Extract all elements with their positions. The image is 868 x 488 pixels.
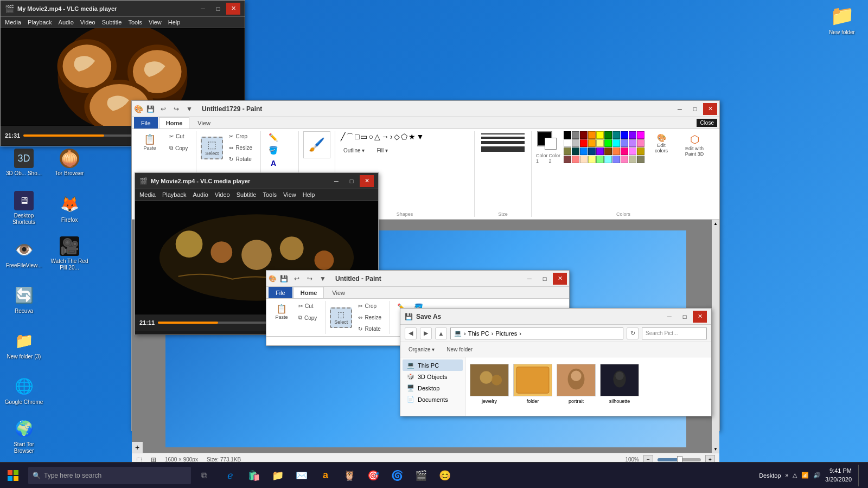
task-view-btn[interactable]: ⧉: [193, 463, 215, 489]
desktop-icon-chrome[interactable]: 🌐 Google Chrome: [2, 369, 46, 412]
nav-back[interactable]: ◀: [405, 328, 417, 339]
tab-file[interactable]: File: [134, 117, 158, 129]
save-dialog-minimize[interactable]: ─: [662, 311, 676, 323]
vlc-bg-close[interactable]: ✕: [226, 3, 240, 15]
outline-btn[interactable]: Outline ▾: [340, 145, 368, 156]
qa-dropdown[interactable]: ▼: [183, 103, 195, 115]
taskbar-explorer[interactable]: 📁: [267, 463, 289, 489]
tray-notifications[interactable]: △: [793, 472, 797, 479]
desktop-icon-newfolder3[interactable]: 📁 New folder (3): [2, 323, 46, 367]
shape-star[interactable]: ★: [409, 132, 416, 142]
desktop-icon-freefileview[interactable]: 👁️ FreeFileView...: [2, 232, 46, 275]
breadcrumb[interactable]: 💻 › This PC › Pictures ›: [450, 328, 623, 339]
shape-roundrect[interactable]: ▭: [360, 132, 367, 142]
vlc-menu-video[interactable]: Video: [80, 19, 95, 25]
tab-home[interactable]: Home: [159, 117, 190, 129]
swatch-blue[interactable]: [621, 131, 628, 139]
swatch-peach[interactable]: [580, 156, 588, 163]
swatch-olive[interactable]: [564, 147, 571, 155]
paint2-select-btn[interactable]: ⬚ Select: [330, 307, 352, 328]
taskbar-amazon[interactable]: a: [315, 463, 336, 489]
swatch-brown[interactable]: [604, 147, 612, 155]
start-button[interactable]: [0, 463, 26, 489]
paint2-tab-view[interactable]: View: [325, 287, 352, 298]
save-dialog-maximize[interactable]: □: [678, 311, 692, 323]
paint-minimize[interactable]: ─: [673, 103, 687, 115]
paint2-qa-dropdown[interactable]: ▼: [317, 273, 329, 285]
sidebar-documents[interactable]: 📄Documents: [403, 394, 463, 405]
vlc2-menu-audio[interactable]: Audio: [193, 191, 208, 198]
desktop-icon-recuva[interactable]: 🔄 Recuva: [2, 278, 46, 321]
desktop-icon-torbrowser[interactable]: 🧅 Tor Browser: [48, 141, 91, 184]
paint2-resize-btn[interactable]: ⇔Resize: [354, 312, 385, 323]
vlc2-menu-help[interactable]: Help: [303, 191, 315, 198]
swatch-gold[interactable]: [637, 147, 644, 155]
vlc-menu-view[interactable]: View: [149, 19, 162, 25]
swatch-white[interactable]: [564, 139, 571, 147]
qa-save[interactable]: 💾: [144, 103, 156, 115]
paint2-qa-redo[interactable]: ↪: [304, 273, 316, 285]
taskbar-search[interactable]: 🔍 Type here to search: [28, 467, 191, 484]
paint-close[interactable]: ✕ Close: [703, 103, 717, 115]
new-folder-btn[interactable]: New folder: [443, 344, 476, 355]
edit-with-paint3d-btn[interactable]: ⬡ Edit with Paint 3D: [678, 131, 711, 159]
shape-line[interactable]: ╱: [341, 132, 345, 142]
swatch-bubblegum[interactable]: [621, 156, 628, 163]
qa-undo[interactable]: ↩: [157, 103, 169, 115]
swatch-rose[interactable]: [621, 147, 628, 155]
swatch-yellow[interactable]: [596, 131, 604, 139]
swatch-palecyan[interactable]: [604, 156, 612, 163]
vlc-menu-playback[interactable]: Playback: [28, 19, 52, 25]
tab-view[interactable]: View: [190, 117, 218, 129]
taskbar-tripadvisor[interactable]: 🦉: [339, 463, 360, 489]
paint2-copy-btn[interactable]: ⧉Copy: [295, 312, 321, 323]
corner-folder-icon[interactable]: 📁 New folder: [820, 4, 864, 35]
taskbar-vlc2[interactable]: 🎬: [410, 463, 432, 489]
swatch-palegreen[interactable]: [596, 156, 604, 163]
paint2-maximize[interactable]: □: [538, 273, 552, 285]
desktop-icon-firefox[interactable]: 🦊 Firefox: [48, 187, 91, 230]
swatch-purple[interactable]: [629, 131, 636, 139]
swatch-black[interactable]: [564, 131, 571, 139]
shape-rightarrow[interactable]: →: [381, 132, 389, 142]
taskbar-unknown2[interactable]: 🌀: [386, 463, 408, 489]
edit-colors-btn[interactable]: 🎨 Edit colors: [648, 131, 675, 156]
paint-maximize[interactable]: □: [688, 103, 702, 115]
swatch-red[interactable]: [580, 139, 588, 147]
swatch-darkteal[interactable]: [572, 147, 579, 155]
swatch-lightblue[interactable]: [621, 139, 628, 147]
color2-swatch[interactable]: [545, 138, 557, 150]
taskbar-mail[interactable]: ✉️: [291, 463, 312, 489]
swatch-violet[interactable]: [596, 147, 604, 155]
swatch-periwinkle[interactable]: [612, 156, 620, 163]
paint2-qa-save[interactable]: 💾: [278, 273, 290, 285]
save-dialog-close[interactable]: ✕: [693, 311, 707, 323]
pencil-btn[interactable]: ✏️: [265, 131, 282, 143]
swatch-lightpink[interactable]: [629, 147, 636, 155]
size-1px[interactable]: [481, 133, 525, 134]
taskbar-edge[interactable]: ℯ: [219, 463, 241, 489]
swatch-salmon[interactable]: [612, 147, 620, 155]
vlc2-menu-view[interactable]: View: [283, 191, 296, 198]
resize-btn[interactable]: ⇔Resize: [225, 143, 256, 153]
scroll-down-arrow[interactable]: ▼: [712, 445, 719, 453]
paint2-tab-file[interactable]: File: [269, 287, 292, 298]
copy-btn[interactable]: ⧉Copy: [165, 143, 192, 153]
file-item-2[interactable]: portrait: [557, 362, 596, 406]
vlc2-menu-tools[interactable]: Tools: [263, 191, 277, 198]
file-item-0[interactable]: jewelry: [470, 362, 509, 406]
size-3px[interactable]: [481, 137, 525, 139]
zoom-slider[interactable]: [658, 458, 701, 461]
vlc2-maximize[interactable]: □: [344, 175, 359, 187]
shape-chevron[interactable]: ›: [390, 132, 393, 142]
nav-refresh[interactable]: ↻: [627, 328, 639, 339]
shape-dropdown[interactable]: ▼: [417, 132, 424, 142]
swatch-lightorange[interactable]: [588, 139, 596, 147]
swatch-paleyellow[interactable]: [588, 156, 596, 163]
swatch-lime[interactable]: [604, 139, 612, 147]
swatch-tan[interactable]: [629, 156, 636, 163]
taskbar-store[interactable]: 🛍️: [243, 463, 265, 489]
sidebar-desktop[interactable]: 🖥️Desktop: [403, 382, 463, 394]
swatch-pink[interactable]: [637, 139, 644, 147]
canvas-add-btn[interactable]: +: [132, 442, 143, 453]
